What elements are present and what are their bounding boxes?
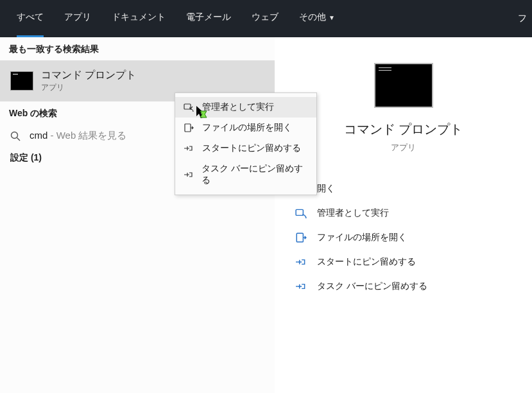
pin-start-icon xyxy=(295,256,307,268)
svg-rect-3 xyxy=(185,124,191,132)
svg-point-0 xyxy=(12,132,18,138)
action-open-label: 開く xyxy=(317,183,335,195)
action-pin-start-label: スタートにピン留めする xyxy=(317,256,416,268)
best-match-sub: アプリ xyxy=(41,82,136,93)
tab-web[interactable]: ウェブ xyxy=(243,8,287,30)
best-match-title: コマンド プロンプト xyxy=(41,69,136,82)
search-icon xyxy=(10,131,21,141)
web-search-suffix: - Web 結果を見る xyxy=(47,130,126,141)
ctx-pin-start[interactable]: スタートにピン留めする xyxy=(175,138,316,159)
tab-other-label: その他 xyxy=(299,12,326,23)
ctx-open-location-label: ファイルの場所を開く xyxy=(202,122,292,134)
pin-start-icon xyxy=(183,143,194,154)
tab-all[interactable]: すべて xyxy=(8,8,53,30)
action-pin-start[interactable]: スタートにピン留めする xyxy=(287,250,519,274)
best-match-header: 最も一致する検索結果 xyxy=(0,37,275,60)
action-open-location-label: ファイルの場所を開く xyxy=(317,232,407,243)
open-location-icon xyxy=(183,122,194,134)
tab-documents[interactable]: ドキュメント xyxy=(103,8,175,30)
action-open-location[interactable]: ファイルの場所を開く xyxy=(287,225,519,250)
pin-taskbar-icon xyxy=(183,169,194,180)
action-run-as-admin[interactable]: 管理者として実行 xyxy=(287,201,519,225)
pin-taskbar-icon xyxy=(295,281,307,292)
svg-rect-6 xyxy=(296,233,303,242)
web-search-query: cmd xyxy=(30,130,47,141)
ctx-run-as-admin[interactable]: 管理者として実行 xyxy=(175,97,316,118)
ctx-pin-taskbar[interactable]: タスク バーにピン留めする xyxy=(175,159,316,191)
action-run-as-admin-label: 管理者として実行 xyxy=(317,207,389,219)
tab-apps[interactable]: アプリ xyxy=(55,8,100,30)
ctx-open-location[interactable]: ファイルの場所を開く xyxy=(175,118,316,138)
web-search-text: cmd - Web 結果を見る xyxy=(30,130,126,142)
action-pin-taskbar-label: タスク バーにピン留めする xyxy=(317,281,427,292)
tab-email[interactable]: 電子メール xyxy=(177,8,240,30)
preview-pane: コマンド プロンプト アプリ 開く 管理者として実行 xyxy=(275,37,532,393)
context-menu: 管理者として実行 ファイルの場所を開く スタートにピン留めする xyxy=(175,92,317,195)
tab-other[interactable]: その他 ▼ xyxy=(290,8,344,30)
open-location-icon xyxy=(295,232,307,243)
ctx-pin-start-label: スタートにピン留めする xyxy=(202,143,301,154)
search-header: すべて アプリ ドキュメント 電子メール ウェブ その他 ▼ フ xyxy=(0,0,532,37)
action-pin-taskbar[interactable]: タスク バーにピン留めする xyxy=(287,274,519,299)
cmd-thumb-icon xyxy=(10,71,33,91)
admin-run-icon xyxy=(295,207,307,219)
results-left-pane: 最も一致する検索結果 コマンド プロンプト アプリ Web の検索 cmd - … xyxy=(0,37,275,393)
preview-sub: アプリ xyxy=(391,142,416,153)
preview-title: コマンド プロンプト xyxy=(344,121,463,138)
admin-run-icon xyxy=(183,101,194,113)
ctx-pin-taskbar-label: タスク バーにピン留めする xyxy=(202,163,309,186)
header-right-partial: フ xyxy=(518,13,532,24)
svg-line-1 xyxy=(17,137,21,141)
ctx-run-as-admin-label: 管理者として実行 xyxy=(202,101,274,113)
preview-thumb-icon xyxy=(374,63,433,108)
svg-rect-5 xyxy=(296,209,303,215)
chevron-down-icon: ▼ xyxy=(329,14,335,21)
action-open[interactable]: 開く xyxy=(287,177,519,201)
